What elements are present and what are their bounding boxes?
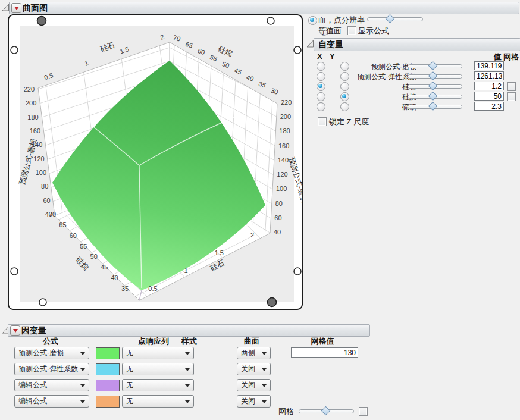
dependent-variable-row: 预测公式-磨损 无 两侧 <box>0 347 520 360</box>
variable-slider[interactable] <box>408 105 462 109</box>
color-swatch-button[interactable] <box>96 347 120 359</box>
variable-slider[interactable] <box>408 74 462 79</box>
x-radio[interactable] <box>317 82 325 91</box>
show-formula-label: 显示公式 <box>358 26 389 36</box>
rotate-handle-bottom-left[interactable] <box>39 299 46 306</box>
surface-mode-dropdown[interactable]: 关闭 <box>237 363 271 375</box>
chevron-down-icon <box>80 352 85 355</box>
chevron-down-icon <box>185 368 190 371</box>
formula-dropdown[interactable]: 编辑公式 <box>14 395 89 408</box>
header-surface: 曲面 <box>237 336 267 347</box>
surface-3d-plot[interactable]: 220200180160140120100806040 220200180160… <box>9 15 302 309</box>
svg-text:55: 55 <box>80 243 87 250</box>
svg-text:120: 120 <box>33 155 44 162</box>
grid-slider-label: 网格 <box>278 406 294 417</box>
variable-slider[interactable] <box>408 64 462 68</box>
col-y-header: Y <box>330 52 335 61</box>
variable-slider-thumb[interactable] <box>428 82 438 91</box>
response-column-dropdown[interactable]: 无 <box>122 363 194 375</box>
chevron-down-icon <box>262 384 267 387</box>
variable-value-input[interactable] <box>474 71 504 80</box>
col-x-header: X <box>317 52 322 61</box>
x-radio[interactable] <box>317 92 325 101</box>
x-radio[interactable] <box>317 102 325 111</box>
svg-text:1.5: 1.5 <box>215 249 224 256</box>
surface-mode-dropdown[interactable]: 关闭 <box>237 379 271 391</box>
dependent-red-triangle-button[interactable] <box>10 325 20 336</box>
x-radio[interactable] <box>317 62 325 71</box>
grid-value-input[interactable] <box>291 347 358 358</box>
response-column-dropdown[interactable]: 无 <box>122 395 194 408</box>
chevron-down-icon <box>262 352 267 355</box>
response-column-dropdown[interactable]: 无 <box>122 347 194 359</box>
svg-text:200: 200 <box>280 113 291 120</box>
grid-checkbox[interactable] <box>507 92 516 101</box>
variable-value-input[interactable] <box>474 102 504 111</box>
variable-slider-thumb[interactable] <box>428 102 438 111</box>
variable-slider[interactable] <box>408 95 462 99</box>
rotate-handle-bottom-right[interactable] <box>268 298 277 307</box>
show-formula-checkbox[interactable] <box>347 26 356 35</box>
variable-slider[interactable] <box>408 84 462 89</box>
independent-variable-row: 硫磺 <box>0 101 520 111</box>
grid-slider[interactable] <box>299 409 354 413</box>
chevron-down-icon <box>262 400 267 403</box>
variable-value-input[interactable] <box>474 82 504 90</box>
surface-mode-dropdown[interactable]: 两侧 <box>237 347 271 359</box>
svg-text:160: 160 <box>30 127 40 134</box>
rotate-handle-top-right[interactable] <box>267 17 274 24</box>
independent-panel-title: 自变量 <box>314 39 343 50</box>
svg-text:65: 65 <box>59 221 66 228</box>
header-formula: 公式 <box>24 336 77 347</box>
rotate-handle-top-left[interactable] <box>37 17 46 26</box>
independent-panel-header: 自变量 <box>314 38 520 51</box>
rotate-handle-left-upper[interactable] <box>11 46 18 54</box>
svg-text:60: 60 <box>274 214 281 221</box>
variable-slider-thumb[interactable] <box>428 71 438 81</box>
resolution-radio[interactable] <box>308 16 317 25</box>
formula-dropdown[interactable]: 预测公式-磨损 <box>14 347 89 359</box>
header-style: 样式 <box>174 336 204 347</box>
independent-variable-row: 硅烷 <box>0 91 520 101</box>
rotate-handle-right-lower[interactable] <box>294 268 301 275</box>
chevron-down-icon <box>185 384 190 387</box>
resolution-slider[interactable] <box>367 17 423 21</box>
dependent-variable-row: 预测公式-弹性系数 无 关闭 <box>0 363 520 376</box>
dependent-panel-header: 因变量 <box>8 324 370 337</box>
x-radio[interactable] <box>317 72 325 81</box>
isosurface-radio-label: 等值面 <box>318 26 342 36</box>
svg-text:35: 35 <box>121 285 129 292</box>
color-swatch-button[interactable] <box>96 380 120 391</box>
chevron-down-icon <box>80 384 85 387</box>
rotate-handle-right-upper[interactable] <box>294 46 301 54</box>
surface-mode-dropdown[interactable]: 关闭 <box>237 395 271 408</box>
svg-text:50: 50 <box>90 253 98 260</box>
svg-text:45: 45 <box>101 264 108 271</box>
chevron-down-icon <box>262 368 267 371</box>
svg-text:120: 120 <box>277 171 287 178</box>
grid-checkbox[interactable] <box>507 82 516 91</box>
independent-variable-row: 预测公式-磨损 <box>0 61 520 71</box>
chevron-down-icon <box>185 400 190 403</box>
svg-text:0.5: 0.5 <box>148 285 157 292</box>
color-swatch-button[interactable] <box>96 363 120 375</box>
chevron-down-icon <box>80 400 85 403</box>
formula-dropdown[interactable]: 预测公式-弹性系数 <box>14 363 89 375</box>
rotate-handle-left-lower[interactable] <box>11 268 18 275</box>
formula-dropdown[interactable]: 编辑公式 <box>14 379 89 391</box>
lock-z-label: 锁定 Z 尺度 <box>329 117 369 127</box>
variable-value-input[interactable] <box>474 92 504 101</box>
svg-text:140: 140 <box>278 156 289 164</box>
variable-value-input[interactable] <box>474 61 504 70</box>
svg-text:70: 70 <box>49 211 56 218</box>
svg-text:60: 60 <box>70 232 77 239</box>
resolution-slider-thumb[interactable] <box>385 14 394 24</box>
variable-slider-thumb[interactable] <box>428 61 438 71</box>
response-column-dropdown[interactable]: 无 <box>122 379 194 391</box>
variable-slider-thumb[interactable] <box>428 92 438 101</box>
color-swatch-button[interactable] <box>96 396 120 408</box>
dependent-variable-row: 编辑公式 无 关闭 <box>0 395 520 408</box>
grid-slider-checkbox[interactable] <box>359 407 368 416</box>
lock-z-checkbox[interactable] <box>318 117 327 126</box>
red-triangle-menu-button[interactable] <box>11 3 21 13</box>
